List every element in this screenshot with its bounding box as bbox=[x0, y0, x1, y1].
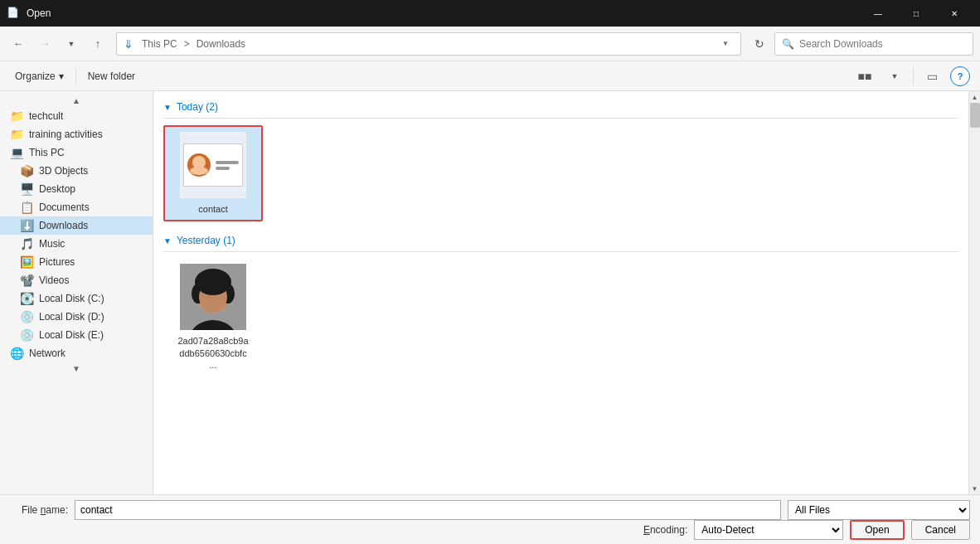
location-icon: ⇓ bbox=[124, 37, 133, 51]
disk-icon: 💿 bbox=[20, 328, 34, 342]
help-button[interactable]: ? bbox=[950, 66, 970, 86]
open-button[interactable]: Open bbox=[850, 520, 904, 540]
cmd-separator bbox=[75, 68, 76, 85]
organize-button[interactable]: Organize ▾ bbox=[10, 67, 69, 85]
contact-avatar bbox=[187, 153, 211, 177]
sidebar-scroll-down[interactable]: ▼ bbox=[0, 362, 153, 375]
sidebar-item-thispc[interactable]: 💻 This PC bbox=[0, 143, 153, 162]
search-input[interactable] bbox=[799, 38, 966, 50]
sidebar-item-training[interactable]: 📁 training activities bbox=[0, 125, 153, 143]
sidebar-label: Pictures bbox=[39, 256, 75, 268]
desktop-icon: 🖥️ bbox=[20, 182, 34, 196]
sidebar-label: This PC bbox=[29, 147, 65, 158]
minimize-button[interactable]: — bbox=[859, 0, 897, 27]
sidebar-item-desktop[interactable]: 🖥️ Desktop bbox=[0, 180, 153, 198]
sidebar-item-localdiske[interactable]: 💿 Local Disk (E:) bbox=[0, 326, 153, 344]
address-dropdown-arrow[interactable]: ▼ bbox=[717, 33, 734, 55]
open-label: Open bbox=[865, 524, 889, 536]
toolbar: ← → ▼ ↑ ⇓ This PC > Downloads ▼ ↻ 🔍 bbox=[0, 27, 980, 61]
sidebar: ▲ 📁 techcult 📁 training activities 💻 Thi… bbox=[0, 91, 153, 494]
sidebar-item-music[interactable]: 🎵 Music bbox=[0, 235, 153, 253]
chevron-down-icon2: ▼ bbox=[163, 236, 172, 245]
filename-row: File name: All Files Text Files (*.txt) … bbox=[10, 500, 970, 520]
recent-locations-button[interactable]: ▼ bbox=[60, 32, 83, 56]
contact-line1 bbox=[216, 161, 239, 164]
encoding-label: Encoding: bbox=[643, 524, 687, 536]
scroll-track[interactable] bbox=[969, 103, 980, 483]
sidebar-item-network[interactable]: 🌐 Network bbox=[0, 344, 153, 362]
sidebar-label: 3D Objects bbox=[39, 165, 88, 177]
cmd-separator2 bbox=[913, 68, 914, 85]
breadcrumb-current[interactable]: Downloads bbox=[196, 38, 245, 50]
scroll-down-arrow[interactable]: ▼ bbox=[969, 483, 980, 494]
contact-line2 bbox=[216, 167, 230, 170]
maximize-button[interactable]: □ bbox=[897, 0, 935, 27]
sidebar-item-3dobjects[interactable]: 📦 3D Objects bbox=[0, 162, 153, 180]
breadcrumb-separator: > bbox=[184, 38, 190, 50]
svg-point-9 bbox=[196, 272, 230, 295]
file-photo-label: 2ad07a28a8cb9addb6560630cbfc... bbox=[177, 335, 248, 371]
downloads-icon: ⬇️ bbox=[20, 219, 34, 232]
scroll-up-arrow[interactable]: ▲ bbox=[969, 91, 980, 103]
forward-button[interactable]: → bbox=[33, 32, 56, 56]
sidebar-item-downloads[interactable]: ⬇️ Downloads bbox=[0, 216, 153, 235]
app-icon: 📄 bbox=[7, 7, 20, 20]
encoding-select[interactable]: Auto-Detect UTF-8 UTF-16 ANSI bbox=[694, 520, 843, 540]
command-bar: Organize ▾ New folder ■■ ▼ ▭ ? bbox=[0, 61, 980, 91]
contact-card-graphic bbox=[183, 143, 243, 187]
close-button[interactable]: ✕ bbox=[935, 0, 973, 27]
view-dropdown-button[interactable]: ▼ bbox=[883, 65, 906, 88]
bottom-bar: File name: All Files Text Files (*.txt) … bbox=[0, 494, 980, 544]
documents-icon: 📋 bbox=[20, 201, 34, 214]
disk-icon: 💿 bbox=[20, 310, 34, 323]
folder-icon: 📁 bbox=[10, 109, 24, 123]
dialog-title: Open bbox=[27, 7, 859, 19]
sidebar-item-videos[interactable]: 📽️ Videos bbox=[0, 271, 153, 289]
sidebar-label: Documents bbox=[39, 202, 90, 213]
group-yesterday[interactable]: ▼ Yesterday (1) bbox=[163, 231, 958, 251]
sidebar-item-localdiskd[interactable]: 💿 Local Disk (D:) bbox=[0, 308, 153, 326]
folder-icon: 📁 bbox=[10, 128, 24, 141]
pc-icon: 💻 bbox=[10, 146, 24, 159]
view-large-icons-button[interactable]: ■■ bbox=[853, 65, 876, 88]
scroll-thumb[interactable] bbox=[970, 103, 980, 128]
right-scrollbar[interactable]: ▲ ▼ bbox=[968, 91, 980, 494]
new-folder-button[interactable]: New folder bbox=[83, 67, 140, 85]
sidebar-label: Local Disk (C:) bbox=[39, 293, 104, 304]
group-divider-yesterday bbox=[163, 251, 958, 252]
file-photo[interactable]: 2ad07a28a8cb9addb6560630cbfc... bbox=[163, 259, 263, 376]
filetype-select[interactable]: All Files Text Files (*.txt) All Files (… bbox=[788, 500, 970, 520]
new-folder-label: New folder bbox=[88, 70, 135, 82]
up-button[interactable]: ↑ bbox=[86, 32, 109, 56]
sidebar-item-localdiskc[interactable]: 💽 Local Disk (C:) bbox=[0, 289, 153, 308]
sidebar-label: Local Disk (D:) bbox=[39, 311, 104, 323]
breadcrumb-thispc[interactable]: This PC bbox=[142, 38, 177, 50]
group-yesterday-label: Yesterday (1) bbox=[177, 235, 235, 246]
preview-pane-button[interactable]: ▭ bbox=[920, 65, 944, 88]
pictures-icon: 🖼️ bbox=[20, 255, 34, 269]
sidebar-item-techcult[interactable]: 📁 techcult bbox=[0, 107, 153, 125]
title-bar: 📄 Open — □ ✕ bbox=[0, 0, 980, 27]
cancel-button[interactable]: Cancel bbox=[911, 520, 970, 540]
sidebar-item-pictures[interactable]: 🖼️ Pictures bbox=[0, 253, 153, 271]
address-bar[interactable]: ⇓ This PC > Downloads ▼ bbox=[116, 32, 741, 56]
chevron-down-icon: ▼ bbox=[163, 103, 172, 112]
group-divider-today bbox=[163, 118, 958, 119]
sidebar-item-documents[interactable]: 📋 Documents bbox=[0, 198, 153, 216]
3dobjects-icon: 📦 bbox=[20, 164, 34, 177]
photo-thumbnail bbox=[180, 264, 246, 330]
disk-icon: 💽 bbox=[20, 292, 34, 305]
group-today[interactable]: ▼ Today (2) bbox=[163, 98, 958, 118]
search-box[interactable]: 🔍 bbox=[774, 32, 973, 56]
encoding-row: Encoding: Auto-Detect UTF-8 UTF-16 ANSI … bbox=[10, 520, 970, 540]
sidebar-scroll-up[interactable]: ▲ bbox=[0, 95, 153, 107]
sidebar-label: Downloads bbox=[39, 220, 88, 231]
file-contact-label: contact bbox=[198, 203, 227, 215]
filename-input[interactable] bbox=[75, 500, 781, 520]
file-contact[interactable]: contact bbox=[163, 125, 263, 221]
window-controls: — □ ✕ bbox=[859, 0, 973, 27]
sidebar-label: Desktop bbox=[39, 183, 75, 195]
back-button[interactable]: ← bbox=[7, 32, 30, 56]
refresh-button[interactable]: ↻ bbox=[748, 32, 771, 56]
contact-thumbnail bbox=[180, 132, 246, 198]
